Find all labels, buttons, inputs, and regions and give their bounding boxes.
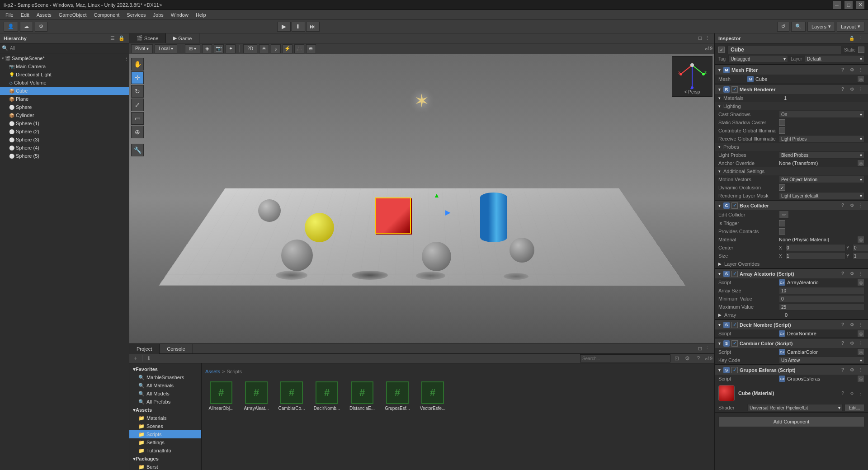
size-y-input[interactable] [853,252,868,259]
shader-edit-btn[interactable]: Edit... [844,404,864,411]
layer-dropdown[interactable]: Default▾ [805,55,864,62]
project-import-btn[interactable]: ⬇ [144,354,153,363]
effects-btn[interactable]: ⚡ [283,44,292,53]
file-distanciae[interactable]: # DistanciaE... [346,380,378,413]
grid-options-dropdown[interactable]: ⊞▾ [185,44,200,53]
mesh-filter-more-icon[interactable]: ⋮ [857,66,864,74]
scene-viewport[interactable]: ✋ ✛ ↻ ⤢ ▭ ⊕ 🔧 [129,54,714,343]
rendering-layer-dropdown[interactable]: Light Layer default▾ [779,192,864,199]
lighting-btn[interactable]: ☀ [259,44,269,53]
project-item-scenes[interactable]: 📁Scenes [129,422,201,430]
inspector-lock-icon[interactable]: 🔒 [848,35,855,42]
project-item-tutorialinfo[interactable]: 📁TutorialInfo [129,446,201,455]
material-settings-icon[interactable]: ⚙ [848,390,855,397]
close-button[interactable]: ✕ [856,1,864,9]
project-item-settings[interactable]: 📁Settings [129,438,201,446]
grey-sphere-3[interactable] [422,242,451,271]
array-aleatorio-header[interactable]: ▾ S ✓ Array Aleatorio (Script) ? ⚙ ⋮ [715,268,868,278]
box-collider-more-icon[interactable]: ⋮ [857,202,864,209]
object-static-checkbox[interactable] [858,47,864,53]
file-vectoresfe[interactable]: # VectorEsfe... [417,380,448,413]
packages-header[interactable]: ▾ Packages [129,455,201,463]
menu-gameobject[interactable]: GameObject [55,11,90,19]
box-collider-enabled-checkbox[interactable]: ✓ [731,202,738,209]
motion-vectors-dropdown[interactable]: Per Object Motion▾ [779,176,864,183]
favorites-header[interactable]: ▾ Favorites [129,365,201,373]
step-button[interactable]: ⏭ [306,22,320,32]
hierarchy-item-sphere[interactable]: ⚪ Sphere [0,103,129,111]
project-item-burst[interactable]: 📁Burst [129,463,201,470]
mesh-renderer-more-icon[interactable]: ⋮ [857,86,864,93]
mesh-filter-header[interactable]: ▾ M Mesh Filter ? ⚙ ⋮ [715,65,868,75]
gizmos-btn[interactable]: ◈ [202,44,212,53]
fx-btn[interactable]: ✦ [226,44,236,53]
tab-project[interactable]: Project [129,344,160,354]
gizmos2-btn[interactable]: ⊕ [306,44,316,53]
hierarchy-item-sphere1[interactable]: ⚪ Sphere (1) [0,119,129,127]
hierarchy-item-cylinder[interactable]: 📦 Cylinder [0,111,129,119]
cambiar-color-header[interactable]: ▾ S ✓ Cambiar Color (Script) ? ⚙ ⋮ [715,338,868,348]
provides-contacts-checkbox[interactable] [779,228,785,235]
play-button[interactable]: ▶ [277,22,291,32]
cylinder-object[interactable] [480,193,507,242]
file-decirnomb[interactable]: # DecirNomb... [311,380,343,413]
custom-tool[interactable]: 🔧 [131,144,144,156]
cambiar-color-more-icon[interactable]: ⋮ [857,340,864,347]
material-more-icon[interactable]: ⋮ [857,390,864,397]
project-item-marblesmashers[interactable]: 🔍MarbleSmashers [129,373,201,381]
cast-shadows-dropdown[interactable]: On▾ [779,111,864,118]
grupos-esferas-enabled-checkbox[interactable]: ✓ [731,367,738,373]
tag-dropdown[interactable]: Untagged▾ [728,55,788,62]
assets-header[interactable]: ▾ Assets [129,406,201,414]
scene-maximize-icon[interactable]: ⊡ [696,35,703,42]
center-y-input[interactable] [853,244,868,251]
layers-dropdown[interactable]: Layers ▾ [807,22,835,32]
move-tool[interactable]: ✛ [131,71,144,84]
scene-camera-btn[interactable]: 🎥 [294,44,304,53]
menu-file[interactable]: File [2,11,17,19]
receive-gi-dropdown[interactable]: Light Probes▾ [779,135,864,142]
cambiar-color-settings-icon[interactable]: ⚙ [848,340,855,347]
account-button[interactable]: 👤 [4,22,18,32]
file-alinearobj[interactable]: # AlinearObj... [205,380,237,413]
dynamic-occlusion-checkbox[interactable]: ✓ [779,184,785,191]
add-component-button[interactable]: Add Component [718,416,864,427]
hierarchy-item-maincamera[interactable]: 📷 Main Camera [0,62,129,70]
yellow-sphere-object[interactable] [305,213,334,242]
menu-help[interactable]: Help [192,11,210,19]
menu-services[interactable]: Services [123,11,149,19]
grey-sphere-4[interactable] [509,238,534,263]
decir-nombre-help-icon[interactable]: ? [839,321,846,329]
array-aleatorio-more-icon[interactable]: ⋮ [857,270,864,277]
bottom-lock-icon[interactable]: ⊡ [696,345,703,352]
mesh-renderer-settings-icon[interactable]: ⚙ [848,86,855,93]
center-x-input[interactable] [785,244,845,251]
hand-tool[interactable]: ✋ [131,58,144,70]
object-active-checkbox[interactable]: ✓ [718,47,725,53]
object-name-input[interactable] [727,45,841,54]
file-arrayaleat[interactable]: # ArrayAleat... [241,380,272,413]
breadcrumb-scripts[interactable]: Scripts [226,369,242,374]
grupos-esferas-header[interactable]: ▾ S ✓ Grupos Esferas (Script) ? ⚙ ⋮ [715,365,868,375]
tab-console[interactable]: Console [160,344,193,354]
hierarchy-item-cube[interactable]: 📦 Cube [0,87,129,95]
scale-tool[interactable]: ⤢ [131,99,144,111]
cube-object[interactable] [375,197,411,234]
history-button[interactable]: ↺ [777,22,789,32]
decir-nombre-enabled-checkbox[interactable]: ✓ [731,322,738,328]
minimize-button[interactable]: ─ [833,1,841,9]
persp-label[interactable]: < Persp [672,89,712,94]
file-gruposesf[interactable]: # GruposEsf... [382,380,413,413]
contribute-gi-checkbox[interactable] [779,127,785,134]
file-cambiarcol[interactable]: # CambiarCo... [276,380,307,413]
tab-game[interactable]: ▶ Game [166,33,199,43]
rect-tool[interactable]: ▭ [131,112,144,125]
project-view-btn[interactable]: ⊡ [672,354,681,363]
project-add-btn[interactable]: + [131,354,140,363]
cambiar-color-help-icon[interactable]: ? [839,340,846,347]
project-help-btn[interactable]: ? [694,354,703,363]
box-collider-help-icon[interactable]: ? [839,202,846,209]
decir-nombre-settings-icon[interactable]: ⚙ [848,321,855,329]
transform-tool[interactable]: ⊕ [131,126,144,138]
menu-assets[interactable]: Assets [33,11,55,19]
